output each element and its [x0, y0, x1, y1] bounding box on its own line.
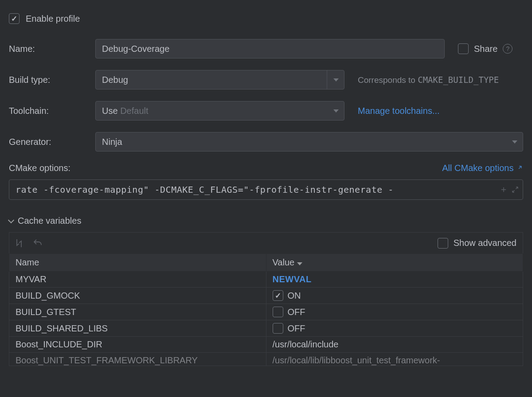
- name-input[interactable]: [95, 39, 445, 58]
- build-type-hint: Corresponds to CMAKE_BUILD_TYPE: [358, 75, 499, 85]
- cache-variables-title: Cache variables: [18, 216, 81, 226]
- cache-var-name: Boost_INCLUDE_DIR: [9, 337, 266, 353]
- share-label: Share: [474, 44, 497, 54]
- value-checkbox[interactable]: [273, 307, 283, 317]
- external-link-icon: [517, 164, 523, 171]
- all-cmake-options-link[interactable]: All CMake options: [442, 163, 523, 173]
- cmake-options-label: CMake options:: [9, 163, 70, 173]
- cache-var-value[interactable]: OFF: [266, 320, 523, 337]
- cache-var-name: Boost_UNIT_TEST_FRAMEWORK_LIBRARY: [9, 353, 266, 366]
- build-type-value: Debug: [102, 75, 128, 85]
- build-type-select[interactable]: Debug: [95, 70, 344, 90]
- show-advanced-checkbox[interactable]: [438, 238, 448, 249]
- name-label: Name:: [9, 44, 95, 54]
- cache-var-name: BUILD_GMOCK: [9, 288, 266, 304]
- dropdown-icon: [512, 140, 517, 144]
- revert-icon[interactable]: [32, 238, 43, 249]
- dropdown-icon: [333, 78, 339, 82]
- cache-var-name: BUILD_SHARED_LIBS: [9, 320, 266, 337]
- sort-desc-icon: [297, 262, 302, 265]
- table-row[interactable]: Boost_UNIT_TEST_FRAMEWORK_LIBRARY/usr/lo…: [9, 353, 523, 366]
- build-type-label: Build type:: [9, 75, 95, 85]
- cache-var-value[interactable]: ON: [266, 288, 523, 304]
- table-row[interactable]: BUILD_SHARED_LIBSOFF: [9, 320, 523, 337]
- expand-icon[interactable]: [511, 186, 519, 194]
- cache-var-value[interactable]: OFF: [266, 304, 523, 320]
- chevron-down-icon: [8, 217, 14, 223]
- enable-profile-checkbox[interactable]: [9, 13, 20, 24]
- cache-var-value[interactable]: /usr/local/include: [266, 337, 523, 353]
- table-row[interactable]: Boost_INCLUDE_DIR/usr/local/include: [9, 337, 523, 353]
- cmake-options-input[interactable]: rate -fcoverage-mapping" -DCMAKE_C_FLAGS…: [9, 179, 523, 200]
- column-header-value[interactable]: Value: [266, 254, 523, 272]
- generator-value: Ninja: [102, 137, 122, 147]
- plus-icon[interactable]: [500, 186, 508, 194]
- help-icon[interactable]: ?: [503, 44, 512, 54]
- cache-var-value[interactable]: NEWVAL: [266, 272, 523, 288]
- generator-select[interactable]: Ninja: [95, 132, 523, 152]
- value-checkbox[interactable]: [273, 290, 283, 301]
- cmake-options-value: rate -fcoverage-mapping" -DCMAKE_C_FLAGS…: [16, 184, 496, 195]
- cache-var-name: BUILD_GTEST: [9, 304, 266, 320]
- value-checkbox[interactable]: [273, 323, 283, 334]
- cache-variables-table: Name Value MYVARNEWVALBUILD_GMOCKONBUILD…: [9, 253, 523, 366]
- manage-toolchains-link[interactable]: Manage toolchains...: [358, 106, 440, 116]
- generator-label: Generator:: [9, 137, 95, 147]
- enable-profile-label: Enable profile: [26, 14, 80, 24]
- toolchain-select[interactable]: Use Default: [95, 101, 344, 121]
- cache-var-value[interactable]: /usr/local/lib/libboost_unit_test_framew…: [266, 353, 523, 366]
- cache-variables-toggle[interactable]: Cache variables: [9, 216, 523, 226]
- cache-var-name: MYVAR: [9, 272, 266, 288]
- share-checkbox[interactable]: [458, 43, 469, 54]
- column-header-name[interactable]: Name: [9, 254, 266, 272]
- toolchain-label: Toolchain:: [9, 106, 95, 116]
- diff-icon[interactable]: [14, 238, 24, 249]
- table-row[interactable]: BUILD_GTESTOFF: [9, 304, 523, 320]
- table-row[interactable]: BUILD_GMOCKON: [9, 288, 523, 304]
- toolchain-value: Default: [120, 106, 148, 116]
- dropdown-icon: [333, 109, 339, 113]
- show-advanced-label: Show advanced: [454, 238, 516, 248]
- table-row[interactable]: MYVARNEWVAL: [9, 272, 523, 288]
